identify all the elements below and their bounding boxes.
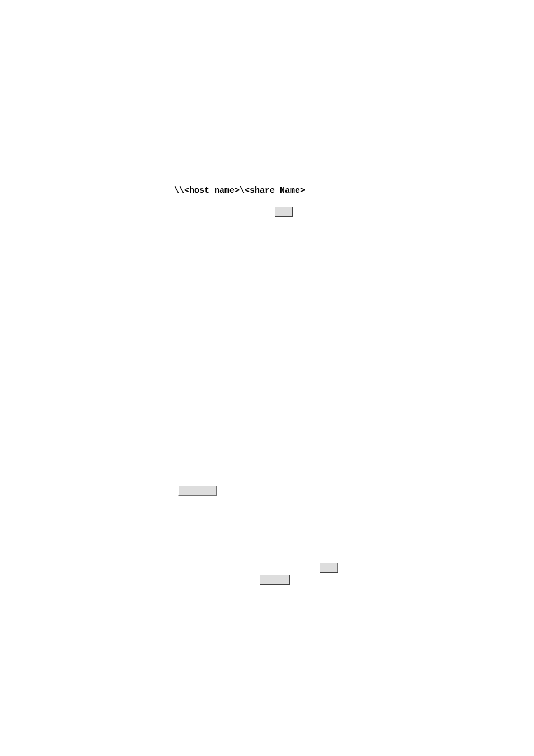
button-small-2[interactable] [320, 563, 338, 572]
button-wide-1[interactable] [178, 486, 217, 496]
page: \\<host name>\<share Name> [0, 0, 534, 756]
code-path-example: \\<host name>\<share Name> [174, 186, 305, 195]
button-medium-1[interactable] [260, 575, 289, 584]
button-small-1[interactable] [275, 207, 292, 216]
